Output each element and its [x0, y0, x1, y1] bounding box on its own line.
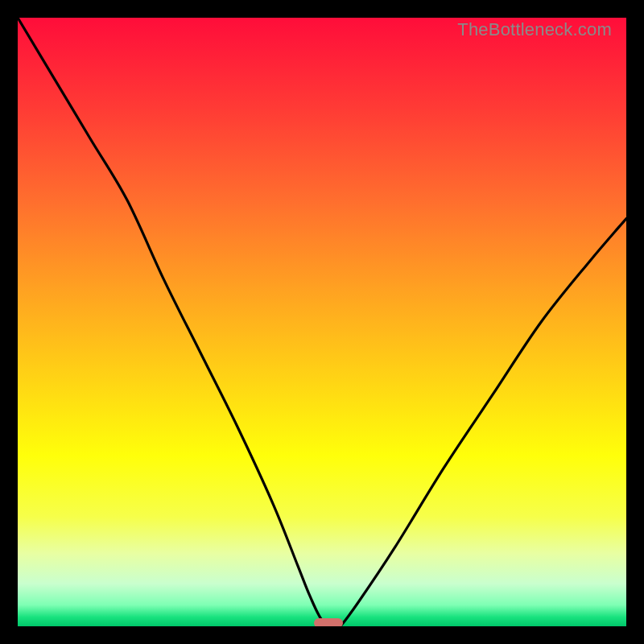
watermark-text: TheBottleneck.com [457, 19, 612, 40]
chart-frame: TheBottleneck.com [11, 11, 633, 633]
plot-area: TheBottleneck.com [18, 18, 626, 626]
bottleneck-curve [18, 18, 626, 626]
optimum-marker [314, 618, 343, 626]
